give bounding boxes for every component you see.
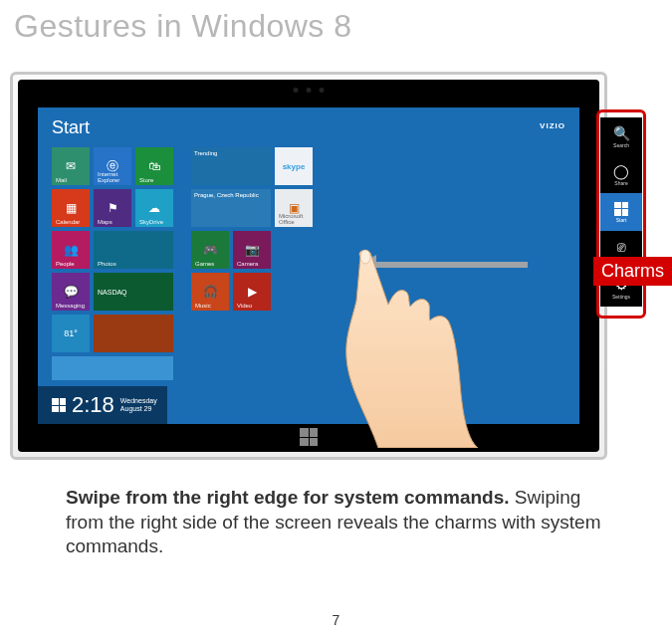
tile-maps[interactable]: ⚑Maps bbox=[94, 189, 131, 227]
tile-mail[interactable]: ✉Mail bbox=[52, 147, 90, 185]
brand-label: VIZIO bbox=[540, 121, 565, 130]
clock-day: Wednesday bbox=[120, 397, 157, 405]
tile-camera[interactable]: 📷Camera bbox=[233, 231, 271, 269]
tile-grid: ✉Mail ⓔInternet Explorer 🛍Store ▦Calenda… bbox=[52, 147, 313, 380]
mail-icon: ✉ bbox=[66, 159, 76, 173]
tile-weather[interactable]: 81° bbox=[52, 315, 90, 352]
instruction-text: Swipe from the right edge for system com… bbox=[66, 486, 623, 559]
charms-callout-label: Charms bbox=[593, 257, 672, 286]
games-icon: 🎮 bbox=[203, 243, 218, 257]
tablet-camera bbox=[294, 88, 325, 93]
tile-photos[interactable]: Photos bbox=[94, 231, 173, 269]
calendar-icon: ▦ bbox=[66, 201, 77, 215]
tile-calendar[interactable]: ▦Calendar bbox=[52, 189, 90, 227]
tile-people[interactable]: 👥People bbox=[52, 231, 90, 269]
arrow-line bbox=[372, 262, 528, 268]
swipe-arrow bbox=[358, 259, 528, 271]
chat-icon: 💬 bbox=[64, 285, 79, 299]
instruction-heading: Swipe from the right edge for system com… bbox=[66, 487, 510, 508]
tile-office[interactable]: ▣Microsoft Office bbox=[275, 189, 313, 227]
music-icon: 🎧 bbox=[203, 285, 218, 299]
tile-news[interactable] bbox=[94, 315, 173, 352]
tile-games[interactable]: 🎮Games bbox=[191, 231, 229, 269]
tile-store[interactable]: 🛍Store bbox=[135, 147, 173, 185]
tile-skydrive[interactable]: ☁SkyDrive bbox=[135, 189, 173, 227]
tile-trending[interactable]: Trending bbox=[191, 147, 271, 185]
tile-messaging[interactable]: 💬Messaging bbox=[52, 273, 90, 311]
cloud-icon: ☁ bbox=[148, 201, 160, 215]
tile-finance[interactable]: NASDAQ bbox=[94, 273, 173, 311]
tile-music[interactable]: 🎧Music bbox=[191, 273, 229, 311]
tile-travel[interactable]: Prague, Czech Republic bbox=[191, 189, 271, 227]
tile-video[interactable]: ▶Video bbox=[233, 273, 271, 311]
windows-logo-icon bbox=[52, 398, 66, 412]
store-icon: 🛍 bbox=[148, 159, 160, 173]
camera-icon: 📷 bbox=[245, 243, 260, 257]
tile-desktop[interactable] bbox=[52, 356, 173, 380]
tile-ie[interactable]: ⓔInternet Explorer bbox=[94, 147, 131, 185]
page-title: Gestures in Windows 8 bbox=[0, 0, 672, 45]
clock-panel: 2:18 Wednesday August 29 bbox=[38, 386, 167, 424]
video-icon: ▶ bbox=[248, 285, 257, 299]
start-label: Start bbox=[52, 117, 90, 138]
clock-time: 2:18 bbox=[72, 392, 114, 418]
maps-icon: ⚑ bbox=[108, 201, 118, 215]
clock-date: August 29 bbox=[120, 405, 157, 413]
charms-highlight bbox=[596, 109, 646, 319]
tile-skype[interactable]: skype bbox=[275, 147, 313, 185]
people-icon: 👥 bbox=[64, 243, 79, 257]
windows-button[interactable] bbox=[300, 428, 318, 446]
page-number: 7 bbox=[333, 612, 340, 628]
